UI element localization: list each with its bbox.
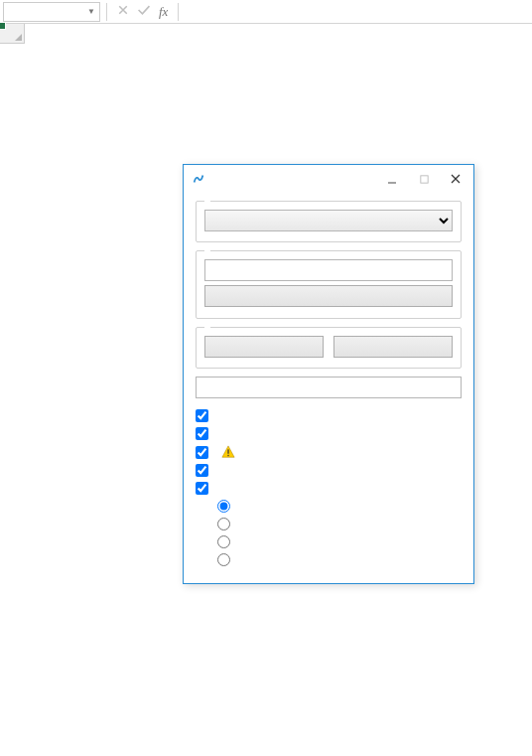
rb-full-border[interactable] [217,535,462,548]
dialog-titlebar[interactable] [184,165,473,193]
formula-toolbar: fx [113,4,172,20]
cancel-icon [117,4,129,19]
formula-input[interactable] [185,2,529,22]
cb-replace-specials-input[interactable] [196,427,208,440]
browse-button[interactable] [204,285,453,307]
save-button[interactable] [204,336,324,358]
maximize-button[interactable] [408,167,440,191]
name-box[interactable]: ▼ [3,2,100,22]
table-caption-input[interactable] [196,377,462,398]
svg-rect-1 [420,175,427,182]
convert-group [196,327,462,369]
copy-clipboard-button[interactable] [333,336,453,358]
rb-full-border-input[interactable] [217,535,230,548]
cb-allow-colors-input[interactable] [196,446,208,459]
svg-rect-4 [227,455,228,456]
rb-high-quality[interactable] [217,553,462,566]
rb-no-hlines-input[interactable] [217,500,230,513]
cb-auto-justify-input[interactable] [196,464,208,477]
cb-allow-colors[interactable] [196,445,462,459]
svg-rect-3 [227,449,228,453]
select-all-corner[interactable] [0,24,25,44]
app-icon [192,172,205,186]
save-path-input[interactable] [204,259,453,281]
rb-hline-each-input[interactable] [217,518,230,530]
convert-to-group [196,201,462,242]
rb-high-quality-input[interactable] [217,553,230,566]
chevron-down-icon[interactable]: ▼ [87,7,95,16]
cb-use-borders[interactable] [196,482,462,495]
confirm-icon [137,4,151,19]
cb-replace-specials[interactable] [196,427,462,440]
fx-icon[interactable]: fx [159,4,168,20]
cb-auto-justify[interactable] [196,464,462,477]
saving-options-group [196,250,462,319]
warning-icon [221,445,235,459]
close-button[interactable] [440,167,471,191]
minimize-button[interactable] [376,167,408,191]
rb-hline-each[interactable] [217,518,462,530]
rb-no-hlines[interactable] [217,500,462,513]
cb-add-env-input[interactable] [196,409,208,422]
cb-use-borders-input[interactable] [196,482,208,495]
convert-to-select[interactable] [204,210,453,231]
cb-add-env[interactable] [196,409,462,422]
